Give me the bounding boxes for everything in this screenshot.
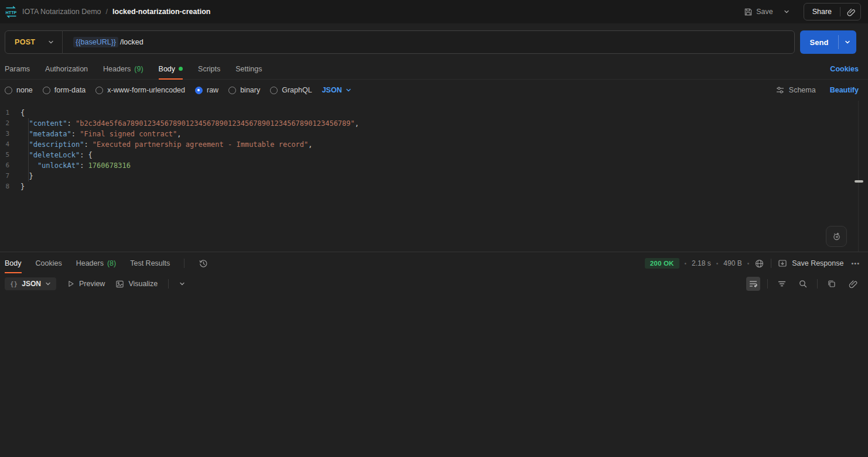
body-type-none[interactable]: none <box>5 86 33 94</box>
tab-body[interactable]: Body <box>159 59 183 79</box>
save-button-label: Save <box>756 8 773 16</box>
sliders-icon <box>775 85 785 95</box>
braces-icon: {} <box>10 280 18 288</box>
body-type-raw[interactable]: raw <box>195 86 218 94</box>
body-type-graphql[interactable]: GraphQL <box>270 86 312 94</box>
breadcrumb: HTTP IOTA Notarization Demo / locked-not… <box>5 6 210 18</box>
play-icon <box>67 280 75 288</box>
code-line: 2 "content": "b2c3d4e5f6a789012345678901… <box>0 118 868 129</box>
body-modified-dot <box>179 67 183 71</box>
breadcrumb-request-name[interactable]: locked-notarization-creation <box>112 8 210 16</box>
tab-settings[interactable]: Settings <box>235 59 262 79</box>
visualize-button[interactable]: Visualize <box>115 280 158 288</box>
history-clock-icon <box>199 259 209 269</box>
save-response-icon <box>778 259 787 268</box>
copy-link-icon[interactable] <box>840 4 860 20</box>
word-wrap-toggle[interactable] <box>746 277 760 291</box>
request-tabs: Params Authorization Headers(9) Body Scr… <box>0 59 868 80</box>
toolbar-chevron-icon[interactable] <box>179 281 185 287</box>
save-response-button[interactable]: Save Response <box>778 259 843 268</box>
radio-icon <box>5 87 12 94</box>
body-type-form-data[interactable]: form-data <box>43 86 86 94</box>
link-icon[interactable] <box>846 277 860 291</box>
body-type-binary[interactable]: binary <box>228 86 260 94</box>
code-line: 1{ <box>0 108 868 118</box>
response-headers-count-badge: (8) <box>107 259 116 267</box>
breadcrumb-separator: / <box>106 8 108 16</box>
postman-app-window: HTTP IOTA Notarization Demo / locked-not… <box>0 0 868 457</box>
postbot-button[interactable] <box>826 226 847 247</box>
network-globe-icon[interactable] <box>754 259 764 269</box>
tab-authorization[interactable]: Authorization <box>45 59 88 79</box>
response-toolbar: {} JSON Preview Visualize <box>0 274 868 293</box>
tab-scripts[interactable]: Scripts <box>198 59 220 79</box>
response-tab-test-results[interactable]: Test Results <box>130 252 170 274</box>
beautify-button[interactable]: Beautify <box>830 86 859 94</box>
more-options-button[interactable]: ••• <box>851 260 860 267</box>
url-input[interactable]: {{baseURL}} /locked <box>63 37 794 47</box>
copy-icon[interactable] <box>825 277 839 291</box>
send-options-chevron-icon[interactable] <box>839 30 856 54</box>
toolbar-right-divider <box>817 279 818 288</box>
request-code-lines: 1{2 "content": "b2c3d4e5f6a7890123456789… <box>0 108 868 192</box>
response-panel: Body Cookies Headers(8) Test Results 200… <box>0 252 868 457</box>
response-format-dropdown[interactable]: {} JSON <box>5 277 56 290</box>
method-selector[interactable]: POST <box>5 38 62 46</box>
method-label: POST <box>15 38 35 46</box>
format-chevron-icon <box>45 281 51 287</box>
save-options-chevron-icon[interactable] <box>780 6 793 17</box>
share-button[interactable]: Share <box>804 4 840 20</box>
tab-headers[interactable]: Headers(9) <box>103 59 143 79</box>
request-editor-scrollbar[interactable] <box>858 101 859 252</box>
response-time[interactable]: 2.18 s <box>692 259 711 267</box>
tabs-divider <box>184 259 184 268</box>
svg-text:HTTP: HTTP <box>6 9 17 15</box>
line-number: 8 <box>0 181 20 192</box>
code-line: 3 "metadata": "Final signed contract", <box>0 129 868 139</box>
save-button[interactable]: Save <box>740 5 777 19</box>
response-tab-headers[interactable]: Headers(8) <box>76 252 117 274</box>
radio-selected-icon <box>195 87 203 94</box>
body-type-bar: none form-data x-www-form-urlencoded raw… <box>0 80 868 101</box>
response-tabs: Body Cookies Headers(8) Test Results 200… <box>0 252 868 274</box>
code-line: 6 "unlockAt": 1760678316 <box>0 160 868 171</box>
schema-button[interactable]: Schema <box>775 85 816 95</box>
breadcrumb-collection[interactable]: IOTA Notarization Demo <box>22 8 101 16</box>
toolbar-divider <box>168 279 169 288</box>
cookies-link[interactable]: Cookies <box>830 59 859 80</box>
response-history-button[interactable] <box>199 252 209 274</box>
meta-separator-dot: • <box>685 260 687 267</box>
line-number: 2 <box>0 118 20 129</box>
postbot-icon <box>831 231 842 242</box>
header-actions: Save Share <box>740 3 861 20</box>
request-body-editor[interactable]: 1{2 "content": "b2c3d4e5f6a7890123456789… <box>0 101 868 252</box>
response-size[interactable]: 490 B <box>723 259 741 267</box>
body-language-dropdown[interactable]: JSON <box>322 86 351 94</box>
schema-label: Schema <box>789 86 816 94</box>
url-input-container: POST {{baseURL}} /locked <box>5 30 795 54</box>
save-icon <box>744 8 753 16</box>
request-editor-scroll-thumb[interactable] <box>855 180 863 183</box>
send-button[interactable]: Send <box>800 30 838 54</box>
headers-count-badge: (9) <box>134 65 143 73</box>
radio-icon <box>228 87 236 94</box>
status-badge[interactable]: 200 OK <box>645 258 679 269</box>
http-collection-icon: HTTP <box>5 6 18 18</box>
tab-params[interactable]: Params <box>5 59 30 79</box>
url-path: /locked <box>119 38 143 46</box>
body-type-urlencoded[interactable]: x-www-form-urlencoded <box>95 86 185 94</box>
response-tab-body[interactable]: Body <box>5 252 22 274</box>
response-tab-cookies[interactable]: Cookies <box>36 252 62 274</box>
radio-icon <box>270 87 278 94</box>
code-line: 7 } <box>0 171 868 181</box>
language-chevron-icon <box>346 87 351 93</box>
share-button-group: Share <box>804 3 861 20</box>
radio-icon <box>95 87 103 94</box>
meta-separator-dot: • <box>716 260 719 267</box>
line-number: 4 <box>0 139 20 150</box>
line-number: 5 <box>0 150 20 160</box>
search-icon[interactable] <box>796 277 810 291</box>
line-number: 1 <box>0 108 20 118</box>
preview-button[interactable]: Preview <box>67 280 105 288</box>
filter-icon[interactable] <box>775 277 789 291</box>
